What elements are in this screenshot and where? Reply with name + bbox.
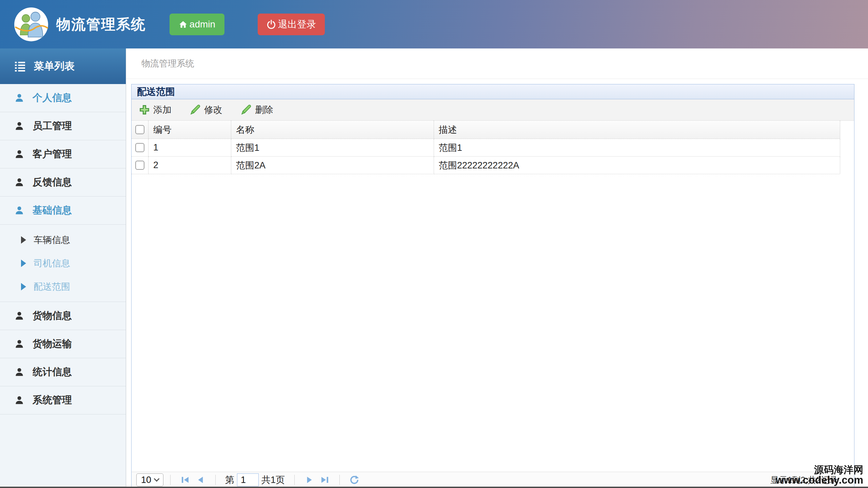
panel-header: 配送范围	[132, 84, 854, 99]
edit-button-label: 修改	[204, 104, 222, 116]
sidebar-subitem-vehicle-info[interactable]: 车辆信息	[0, 228, 126, 251]
page-size-select[interactable]: 10	[136, 473, 163, 486]
sidebar-item-label: 员工管理	[33, 119, 72, 133]
select-all-checkbox[interactable]	[135, 125, 144, 134]
pager-separator	[294, 475, 295, 485]
cell-id: 1	[149, 139, 231, 157]
admin-button[interactable]: admin	[170, 14, 224, 35]
row-checkbox-cell	[132, 157, 149, 174]
panel-title: 配送范围	[137, 85, 175, 98]
app-title: 物流管理系统	[56, 15, 146, 34]
delivery-range-panel: 配送范围 添加 修改	[131, 84, 854, 488]
user-icon	[14, 367, 24, 377]
page-first-icon	[180, 475, 190, 485]
content-area: 配送范围 添加 修改	[126, 79, 868, 488]
header-checkbox-cell	[132, 121, 149, 139]
sidebar-item-label: 基础信息	[33, 204, 72, 217]
sidebar-submenu-basic-info: 车辆信息 司机信息 配送范围	[0, 225, 126, 302]
sidebar-item-label: 反馈信息	[33, 176, 72, 189]
cell-id: 2	[149, 157, 231, 174]
grid-toolbar: 添加 修改 删除	[132, 99, 854, 121]
caret-right-icon	[21, 236, 26, 244]
refresh-button[interactable]	[347, 473, 362, 486]
page-last-icon	[320, 475, 330, 485]
contacts-logo-icon	[14, 7, 49, 42]
watermark-line1: 源码海洋网	[776, 465, 863, 475]
sidebar-item-feedback-info[interactable]: 反馈信息	[0, 168, 126, 197]
page-prefix-label: 第	[225, 474, 234, 486]
home-icon	[179, 20, 188, 29]
cell-name: 范围2A	[231, 157, 434, 174]
sidebar-subitem-label: 司机信息	[34, 257, 70, 269]
sidebar-item-label: 货物信息	[33, 309, 72, 323]
page-next-button[interactable]	[301, 473, 317, 486]
sidebar-menu-title: 菜单列表	[34, 59, 75, 73]
add-button[interactable]: 添加	[136, 102, 174, 118]
column-header-name[interactable]: 名称	[231, 121, 434, 139]
table-row[interactable]: 2 范围2A 范围22222222222A	[132, 157, 840, 174]
logout-button-label: 退出登录	[278, 18, 316, 31]
page-first-button[interactable]	[177, 473, 193, 486]
sidebar-item-label: 系统管理	[33, 393, 72, 407]
pencil-icon	[241, 104, 252, 115]
user-icon	[14, 395, 24, 405]
user-icon	[14, 121, 24, 131]
sidebar-item-employee-mgmt[interactable]: 员工管理	[0, 112, 126, 140]
user-icon	[14, 93, 24, 103]
page-number-input[interactable]	[237, 473, 259, 486]
row-checkbox[interactable]	[135, 143, 144, 152]
grid-empty-area	[132, 174, 854, 472]
site-watermark: 源码海洋网 www.codehy.com	[776, 465, 863, 486]
window-bottom-edge	[0, 487, 868, 488]
edit-button[interactable]: 修改	[187, 102, 225, 118]
data-grid: 编号 名称 描述 1 范围1 范围1	[132, 121, 840, 174]
add-button-label: 添加	[153, 104, 172, 116]
cell-name: 范围1	[231, 139, 434, 157]
pager-bar: 10	[132, 472, 854, 488]
column-header-desc[interactable]: 描述	[434, 121, 840, 139]
sidebar-item-statistics-info[interactable]: 统计信息	[0, 358, 126, 386]
pager-separator	[339, 475, 340, 485]
sidebar-subitem-delivery-range[interactable]: 配送范围	[0, 275, 126, 298]
sidebar: 菜单列表 个人信息 员工管理 客户管理 反馈信息	[0, 48, 126, 488]
sidebar-item-cargo-transport[interactable]: 货物运输	[0, 330, 126, 358]
main-area: 物流管理系统 配送范围 添加	[126, 48, 868, 488]
app-header: 物流管理系统 admin 退出登录	[0, 0, 868, 48]
breadcrumb: 物流管理系统	[126, 48, 868, 79]
page-prev-icon	[196, 475, 206, 485]
caret-right-icon	[21, 283, 26, 290]
sidebar-item-basic-info[interactable]: 基础信息	[0, 197, 126, 225]
pager-separator	[215, 475, 216, 485]
page-prev-button[interactable]	[193, 473, 209, 486]
menu-list-icon	[14, 61, 26, 72]
pager-separator	[170, 475, 171, 485]
delete-button[interactable]: 删除	[238, 102, 276, 118]
user-icon	[14, 149, 24, 159]
admin-button-label: admin	[190, 19, 215, 30]
cell-desc: 范围1	[434, 139, 840, 157]
sidebar-item-label: 货物运输	[33, 337, 72, 351]
user-icon	[14, 205, 24, 216]
row-checkbox[interactable]	[135, 161, 144, 170]
sidebar-item-label: 统计信息	[33, 365, 72, 379]
delete-button-label: 删除	[255, 104, 273, 116]
sidebar-item-system-mgmt[interactable]: 系统管理	[0, 386, 126, 414]
caret-right-icon	[21, 260, 26, 267]
table-row[interactable]: 1 范围1 范围1	[132, 139, 840, 157]
sidebar-subitem-driver-info[interactable]: 司机信息	[0, 251, 126, 275]
sidebar-subitem-label: 车辆信息	[34, 234, 70, 246]
sidebar-item-label: 客户管理	[33, 147, 72, 161]
user-icon	[14, 339, 24, 349]
column-header-id[interactable]: 编号	[149, 121, 231, 139]
sidebar-item-label: 个人信息	[33, 91, 72, 105]
page-next-icon	[304, 475, 314, 485]
page-last-button[interactable]	[317, 473, 333, 486]
sidebar-item-customer-mgmt[interactable]: 客户管理	[0, 140, 126, 168]
watermark-line2: www.codehy.com	[776, 475, 863, 486]
sidebar-item-personal-info[interactable]: 个人信息	[0, 84, 126, 112]
page-suffix-label: 共1页	[261, 474, 285, 486]
logout-button[interactable]: 退出登录	[258, 14, 325, 35]
refresh-icon	[349, 475, 359, 485]
user-icon	[14, 177, 24, 187]
sidebar-item-cargo-info[interactable]: 货物信息	[0, 302, 126, 330]
